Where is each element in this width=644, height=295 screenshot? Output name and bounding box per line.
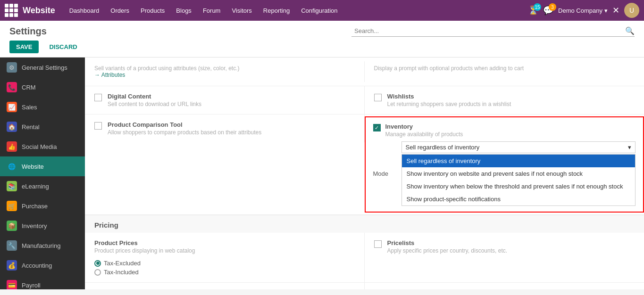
menu-orders[interactable]: Orders <box>106 4 134 17</box>
menu-dashboard[interactable]: Dashboard <box>65 4 104 17</box>
product-comparison-desc: Allow shoppers to compare products based… <box>108 129 261 136</box>
pricing-section-header: Pricing <box>85 215 644 233</box>
product-comparison-checkbox[interactable] <box>94 122 102 130</box>
tax-excluded-option[interactable]: Tax-Excluded <box>94 260 141 267</box>
messages-button[interactable]: 💬 3 <box>543 5 553 16</box>
company-selector[interactable]: Demo Company ▾ <box>558 7 608 14</box>
discounts-cell: Discounts Grant discounts on sales order… <box>85 283 365 289</box>
menu-reporting[interactable]: Reporting <box>259 4 294 17</box>
inventory-section: ✓ Inventory Manage availability of produ… <box>365 116 644 213</box>
pricelists-checkbox[interactable] <box>374 240 382 248</box>
menu-products[interactable]: Products <box>136 4 169 17</box>
search-input[interactable] <box>351 25 625 36</box>
sidebar-item-general[interactable]: ⚙ General Settings <box>0 57 85 77</box>
product-prices-desc: Product prices displaying in web catalog <box>94 247 195 254</box>
product-prices-cell: Product Prices Product prices displaying… <box>85 233 365 282</box>
company-dropdown-arrow: ▾ <box>604 7 608 14</box>
tax-excluded-radio[interactable] <box>94 260 101 267</box>
tax-included-label: Tax-Included <box>104 269 139 276</box>
product-prices-title: Product Prices <box>94 239 195 246</box>
multi-currencies-cell: Multi-Currencies Sell in several currenc… <box>365 283 644 289</box>
product-comparison-cell: Product Comparison Tool Allow shoppers t… <box>85 115 365 142</box>
nav-right: ⏳ 15 💬 3 Demo Company ▾ ✕ U <box>528 3 639 18</box>
sidebar-item-purchase[interactable]: 🛒 Purchase <box>0 196 85 216</box>
tax-excluded-label: Tax-Excluded <box>104 260 141 267</box>
sidebar: ⚙ General Settings 📞 CRM 📈 Sales 🏠 Renta… <box>0 57 85 289</box>
sidebar-item-accounting[interactable]: 💰 Accounting <box>0 255 85 275</box>
product-comparison-info: Product Comparison Tool Allow shoppers t… <box>108 121 261 136</box>
crm-icon: 📞 <box>7 82 17 92</box>
top-info-right: Display a prompt with optional products … <box>365 61 644 82</box>
dropdown-option-0[interactable]: Sell regardless of inventory <box>402 155 636 167</box>
website-icon: 🌐 <box>7 161 17 172</box>
tax-included-radio[interactable] <box>94 269 101 276</box>
sidebar-item-sales[interactable]: 📈 Sales <box>0 97 85 117</box>
payroll-icon: 💳 <box>7 280 17 289</box>
menu-visitors[interactable]: Visitors <box>227 4 256 17</box>
variants-desc: Sell variants of a product using attribu… <box>94 65 239 72</box>
attributes-link[interactable]: → Attributes <box>94 72 125 78</box>
mode-select[interactable]: Sell regardless of inventory ▾ <box>401 141 636 153</box>
inventory-dropdown-menu: Sell regardless of inventory Show invent… <box>401 154 636 206</box>
sidebar-item-rental[interactable]: 🏠 Rental <box>0 117 85 137</box>
top-info-left: Sell variants of a product using attribu… <box>85 61 365 82</box>
prompt-desc: Display a prompt with optional products … <box>374 65 524 72</box>
search-icon[interactable]: 🔍 <box>625 26 635 35</box>
top-info-row: Sell variants of a product using attribu… <box>85 57 644 86</box>
product-prices-header: Product Prices Product prices displaying… <box>94 239 195 254</box>
sidebar-item-manufacturing[interactable]: 🔧 Manufacturing <box>0 236 85 255</box>
sidebar-item-inventory[interactable]: 📦 Inventory <box>0 216 85 236</box>
dropdown-option-3[interactable]: Show product-specific notifications <box>402 193 636 205</box>
digital-content-info: Digital Content Sell content to download… <box>108 93 201 107</box>
mode-dropdown-container: Sell regardless of inventory ▾ Sell rega… <box>401 141 636 206</box>
sidebar-item-elearning[interactable]: 📚 eLearning <box>0 176 85 196</box>
menu-configuration[interactable]: Configuration <box>296 4 342 17</box>
wishlists-checkbox[interactable] <box>374 94 382 101</box>
sidebar-label-social: Social Media <box>22 143 57 150</box>
sales-icon: 📈 <box>7 102 17 112</box>
app-grid-icon[interactable] <box>5 4 18 17</box>
menu-blogs[interactable]: Blogs <box>171 4 196 17</box>
menu-forum[interactable]: Forum <box>198 4 226 17</box>
sidebar-label-general: General Settings <box>22 64 67 71</box>
pricelists-desc: Apply specific prices per country, disco… <box>387 247 508 254</box>
page-header-top: Settings 🔍 <box>9 25 635 41</box>
dropdown-option-2[interactable]: Show inventory when below the threshold … <box>402 180 636 193</box>
avatar[interactable]: U <box>624 3 639 18</box>
inventory-checkbox[interactable]: ✓ <box>373 124 381 131</box>
inventory-title: Inventory <box>385 123 463 130</box>
discard-button[interactable]: DISCARD <box>42 41 84 53</box>
sidebar-label-sales: Sales <box>22 104 37 111</box>
sidebar-label-inventory: Inventory <box>22 222 47 229</box>
brand-name: Website <box>23 6 55 16</box>
main-layout: ⚙ General Settings 📞 CRM 📈 Sales 🏠 Renta… <box>0 57 644 289</box>
sidebar-label-website: Website <box>22 163 44 170</box>
sidebar-item-social[interactable]: 👍 Social Media <box>0 137 85 156</box>
sidebar-item-payroll[interactable]: 💳 Payroll <box>0 275 85 289</box>
sidebar-item-website[interactable]: 🌐 Website <box>0 156 85 176</box>
notifications-button[interactable]: ⏳ 15 <box>528 5 538 16</box>
sidebar-label-rental: Rental <box>22 123 40 131</box>
mode-current-value: Sell regardless of inventory <box>406 144 480 151</box>
pricelists-cell: Pricelists Apply specific prices per cou… <box>365 233 644 282</box>
tax-included-option[interactable]: Tax-Included <box>94 269 141 276</box>
product-comparison-title: Product Comparison Tool <box>108 121 261 128</box>
inventory-mode-row: Mode Sell regardless of inventory ▾ Sell… <box>373 141 636 206</box>
mode-label: Mode <box>373 170 397 177</box>
pricelists-title: Pricelists <box>387 239 508 246</box>
sidebar-label-manufacturing: Manufacturing <box>22 242 60 249</box>
page-actions: SAVE DISCARD <box>9 41 635 57</box>
dropdown-option-1[interactable]: Show inventory on website and prevent sa… <box>402 167 636 180</box>
save-button[interactable]: SAVE <box>9 41 39 53</box>
wishlists-desc: Let returning shoppers save products in … <box>387 101 511 107</box>
pricelists-info: Pricelists Apply specific prices per cou… <box>387 239 508 254</box>
sidebar-item-crm[interactable]: 📞 CRM <box>0 77 85 97</box>
product-prices-info: Product Prices Product prices displaying… <box>94 239 195 254</box>
purchase-icon: 🛒 <box>7 201 17 211</box>
digital-content-desc: Sell content to download or URL links <box>108 101 201 107</box>
digital-content-checkbox[interactable] <box>94 94 102 101</box>
company-name: Demo Company <box>558 7 602 14</box>
page-header: Settings 🔍 SAVE DISCARD <box>0 21 644 57</box>
settings-row-discounts: Discounts Grant discounts on sales order… <box>85 283 644 289</box>
close-button[interactable]: ✕ <box>612 5 619 16</box>
